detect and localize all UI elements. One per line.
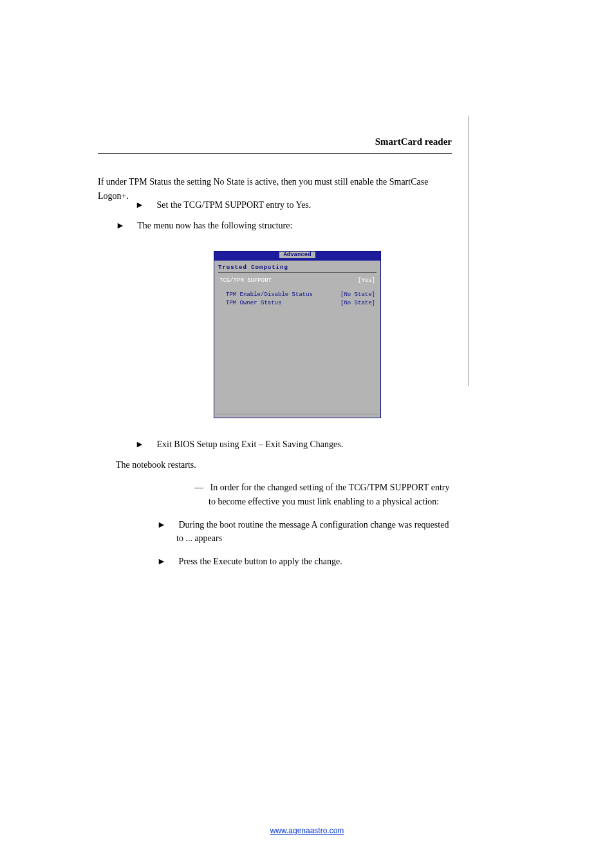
bios-section-title: Trusted Computing xyxy=(214,261,380,272)
bios-bottom-edge xyxy=(216,414,378,416)
bios-row-2: TPM Owner Status [No State] xyxy=(214,299,380,308)
sub-b-text: Press the Execute button to apply the ch… xyxy=(179,557,342,566)
bios-row1-label: TPM Enable/Disable Status xyxy=(219,291,313,300)
bios-screenshot: Advanced Trusted Computing TCG/TPM SUPPO… xyxy=(214,251,381,418)
step-1-text: Set the TCG/TPM SUPPORT entry to Yes. xyxy=(157,200,312,210)
step-3-lead: — In order for the changed setting of th… xyxy=(194,481,452,508)
bios-rule xyxy=(218,272,377,273)
bios-support-label: TCG/TPM SUPPORT xyxy=(219,277,272,286)
step-1-result-text: The menu now has the following structure… xyxy=(137,221,292,230)
bios-row-1: TPM Enable/Disable Status [No State] xyxy=(214,291,380,300)
step-1: ► Set the TCG/TPM SUPPORT entry to Yes. xyxy=(135,198,452,212)
arrow-icon: ► xyxy=(157,555,176,569)
sub-step-b: ► Press the Execute button to apply the … xyxy=(157,555,452,569)
bios-row2-label: TPM Owner Status xyxy=(219,299,281,308)
bios-tab-advanced: Advanced xyxy=(279,252,315,258)
step-2-result: The notebook restarts. xyxy=(116,458,452,472)
arrow-icon: ► xyxy=(135,198,154,212)
bios-tabbar: Advanced xyxy=(214,252,380,261)
sub-step-a: ► During the boot routine the message A … xyxy=(157,518,452,546)
step-1-result: ► The menu now has the following structu… xyxy=(116,219,452,233)
arrow-icon: ► xyxy=(116,219,135,233)
step-2: ► Exit BIOS Setup using Exit – Exit Savi… xyxy=(135,438,452,452)
step-2-text: Exit BIOS Setup using Exit – Exit Saving… xyxy=(157,439,344,449)
arrow-icon: ► xyxy=(157,518,176,532)
footer-anchor[interactable]: www.agenaastro.com xyxy=(270,826,344,835)
emdash-icon: — xyxy=(194,483,208,492)
bios-support-row: TCG/TPM SUPPORT [Yes] xyxy=(214,277,380,286)
arrow-icon: ► xyxy=(135,438,154,452)
sub-a-text: During the boot routine the message A co… xyxy=(176,520,449,544)
step-3-lead-text: In order for the changed setting of the … xyxy=(209,483,449,506)
margin-rule xyxy=(469,116,469,386)
header-rule xyxy=(98,153,452,154)
footer-link[interactable]: www.agenaastro.com xyxy=(0,826,614,835)
bios-row1-value: [No State] xyxy=(340,291,375,300)
page-header: SmartCard reader xyxy=(98,136,452,147)
bios-support-value: [Yes] xyxy=(358,277,375,286)
bios-row2-value: [No State] xyxy=(340,299,375,308)
